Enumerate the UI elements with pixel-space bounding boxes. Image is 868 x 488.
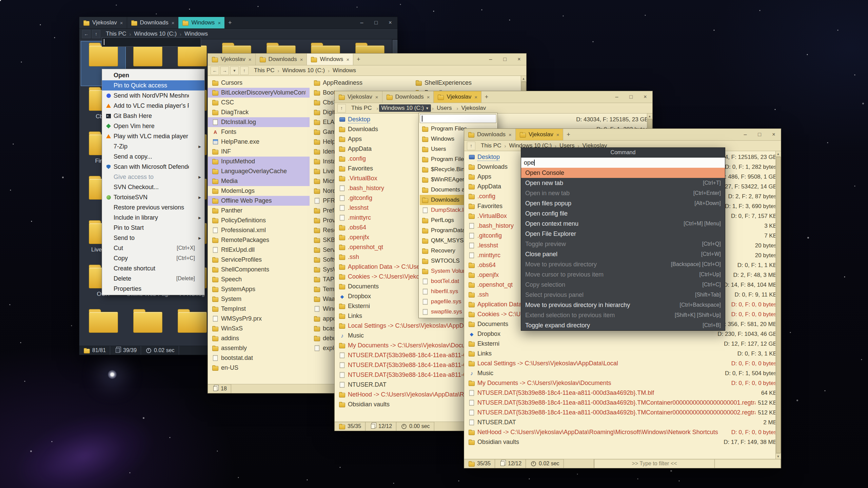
tab[interactable]: Downloads × bbox=[464, 129, 516, 140]
breadcrumb-item[interactable]: This PC bbox=[252, 67, 276, 74]
up-icon[interactable]: ↑ bbox=[337, 104, 346, 113]
tab-close-icon[interactable]: × bbox=[346, 57, 349, 62]
context-menu-item[interactable]: Delete [Delete] bbox=[102, 273, 204, 284]
file-row[interactable]: Professional.xml bbox=[208, 225, 310, 235]
breadcrumb-item[interactable]: Windows 10 (C:)▼ bbox=[379, 104, 431, 112]
tab-close-icon[interactable]: × bbox=[172, 20, 175, 26]
file-row[interactable]: HelpPane.exe bbox=[208, 137, 310, 147]
file-row[interactable]: Local Settings -> C:\Users\Vjekoslav\App… bbox=[464, 359, 781, 368]
grid-item[interactable] bbox=[125, 308, 170, 346]
command-item[interactable]: Toggle preview [Ctrl+Q] bbox=[521, 239, 725, 249]
tab[interactable]: Vjekoslav × bbox=[79, 17, 127, 28]
breadcrumb-item[interactable]: Windows bbox=[331, 67, 358, 74]
maximize-button[interactable]: □ bbox=[752, 129, 767, 140]
context-menu-item[interactable]: Add to VLC media player's Playlist bbox=[102, 101, 204, 111]
breadcrumb-item[interactable]: Vjekoslav bbox=[459, 104, 490, 112]
file-row[interactable]: PolicyDefinitions bbox=[208, 216, 310, 225]
file-row[interactable]: addins bbox=[208, 333, 310, 343]
context-menu-item[interactable]: Send a copy... bbox=[102, 151, 204, 162]
context-menu-item[interactable]: SVN Checkout... bbox=[102, 182, 204, 192]
tab-close-icon[interactable]: × bbox=[300, 57, 303, 62]
title-drag-area[interactable] bbox=[492, 91, 610, 103]
file-row[interactable]: DtcInstall.log bbox=[208, 117, 310, 127]
file-row[interactable]: Media bbox=[208, 176, 310, 186]
breadcrumb-item[interactable]: Windows 10 (C:) bbox=[280, 67, 327, 74]
command-item[interactable]: Move cursor to previous item [Ctrl+Up] bbox=[521, 269, 725, 280]
command-item[interactable]: Open context menu [Ctrl+M] [Menu] bbox=[521, 219, 725, 229]
tab[interactable]: Vjekoslav × bbox=[434, 91, 481, 103]
command-item[interactable]: Open File Explorer bbox=[521, 229, 725, 239]
tab[interactable]: Windows × bbox=[178, 17, 225, 28]
file-row[interactable]: WinSxS bbox=[208, 324, 310, 333]
file-row[interactable]: InputMethod bbox=[208, 157, 310, 166]
title-drag-area[interactable] bbox=[235, 17, 355, 28]
tab-close-icon[interactable]: × bbox=[375, 94, 378, 100]
scrollbar-thumb[interactable] bbox=[776, 157, 781, 453]
minimize-button[interactable]: – bbox=[355, 17, 369, 28]
context-menu-item[interactable]: Properties bbox=[102, 284, 204, 294]
maximize-button[interactable]: □ bbox=[369, 17, 383, 28]
tab[interactable]: Windows × bbox=[307, 54, 353, 65]
minimize-button[interactable]: – bbox=[484, 54, 498, 65]
context-menu-item[interactable]: 7-Zip ▶ bbox=[102, 141, 204, 151]
file-row[interactable]: System bbox=[208, 294, 310, 304]
file-row[interactable]: Fonts bbox=[208, 127, 310, 137]
context-menu-item[interactable]: Open bbox=[102, 70, 204, 80]
breadcrumb-item[interactable]: Windows bbox=[182, 30, 210, 38]
breadcrumb-item[interactable]: Windows 10 (C:) bbox=[132, 30, 179, 38]
breadcrumb-item[interactable]: This PC bbox=[479, 142, 503, 149]
command-item[interactable]: Close panel [Ctrl+W] bbox=[521, 249, 725, 259]
context-menu-item[interactable]: Send with NordVPN Meshnet bbox=[102, 90, 204, 101]
filter-input[interactable]: >> Type to filter << bbox=[594, 459, 715, 468]
file-row[interactable]: Speech bbox=[208, 274, 310, 284]
breadcrumb-item[interactable]: Users bbox=[435, 104, 455, 112]
file-row[interactable]: AppReadiness bbox=[310, 78, 411, 88]
close-button[interactable]: × bbox=[383, 17, 397, 28]
command-item[interactable]: Move to previous directory in hierarchy … bbox=[521, 300, 725, 310]
grid-item[interactable] bbox=[81, 308, 125, 346]
file-row[interactable]: ServiceProfiles bbox=[208, 255, 310, 265]
context-menu-item[interactable]: TortoiseSVN ▶ bbox=[102, 192, 204, 202]
scroll-up-icon[interactable]: ▲ bbox=[776, 151, 781, 157]
tab-close-icon[interactable]: × bbox=[556, 132, 559, 138]
context-menu-item[interactable]: Give access to ▶ bbox=[102, 172, 204, 182]
tab-close-icon[interactable]: × bbox=[427, 94, 430, 100]
context-menu-item[interactable]: Open Vim here bbox=[102, 121, 204, 131]
minimize-button[interactable]: – bbox=[610, 91, 624, 103]
back-icon[interactable]: ← bbox=[211, 66, 219, 75]
file-row[interactable]: Offline Web Pages bbox=[208, 196, 310, 206]
new-tab-button[interactable]: + bbox=[481, 91, 492, 103]
file-row[interactable]: DiagTrack bbox=[208, 107, 310, 117]
new-tab-button[interactable]: + bbox=[353, 54, 363, 65]
tab[interactable]: Vjekoslav × bbox=[516, 129, 564, 140]
title-drag-area[interactable] bbox=[363, 54, 484, 65]
file-row[interactable]: NTUSER.DAT{53b39e88-18c4-11ea-a811-000d3… bbox=[464, 388, 781, 398]
file-row[interactable]: Links D: 0, F: 3, 1 KB bbox=[464, 349, 781, 359]
context-menu-item[interactable]: Pin to Start bbox=[102, 223, 204, 233]
back-icon[interactable]: ← bbox=[82, 30, 91, 38]
file-row[interactable]: ShellComponents bbox=[208, 265, 310, 274]
file-row[interactable]: ModemLogs bbox=[208, 186, 310, 196]
file-row[interactable]: CSC bbox=[208, 98, 310, 107]
tab[interactable]: Vjekoslav × bbox=[335, 91, 382, 103]
close-button[interactable]: × bbox=[638, 91, 652, 103]
tab-close-icon[interactable]: × bbox=[120, 20, 123, 26]
file-row[interactable]: NTUSER.DAT 2 MB bbox=[464, 418, 781, 427]
tab-close-icon[interactable]: × bbox=[249, 57, 252, 62]
title-drag-area[interactable] bbox=[573, 129, 738, 140]
file-row[interactable]: LanguageOverlayCache bbox=[208, 166, 310, 176]
context-menu-item[interactable]: Git Bash Here bbox=[102, 111, 204, 121]
file-row[interactable]: BitLockerDiscoveryVolumeContents bbox=[208, 88, 310, 98]
file-row[interactable]: Cursors bbox=[208, 78, 310, 88]
file-row[interactable]: ShellExperiences bbox=[411, 78, 513, 88]
command-item[interactable]: Move to previous directory [Backspace] [… bbox=[521, 259, 725, 269]
file-row[interactable]: NetHood -> C:\Users\Vjekoslav\AppData\Ro… bbox=[464, 427, 781, 437]
context-menu-item[interactable]: Scan with Microsoft Defender... bbox=[102, 162, 204, 172]
file-row[interactable]: TempInst bbox=[208, 304, 310, 314]
tab[interactable]: Downloads × bbox=[256, 54, 307, 65]
context-menu-item[interactable]: Play with VLC media player bbox=[102, 131, 204, 141]
command-item[interactable]: Open new tab [Ctrl+T] bbox=[521, 178, 725, 188]
file-row[interactable]: NTUSER.DAT{53b39e88-18c4-11ea-a811-000d3… bbox=[464, 408, 781, 418]
command-item[interactable]: Open in new tab [Ctrl+Enter] bbox=[521, 188, 725, 198]
command-item[interactable]: Select previous panel [Shift+Tab] bbox=[521, 290, 725, 300]
